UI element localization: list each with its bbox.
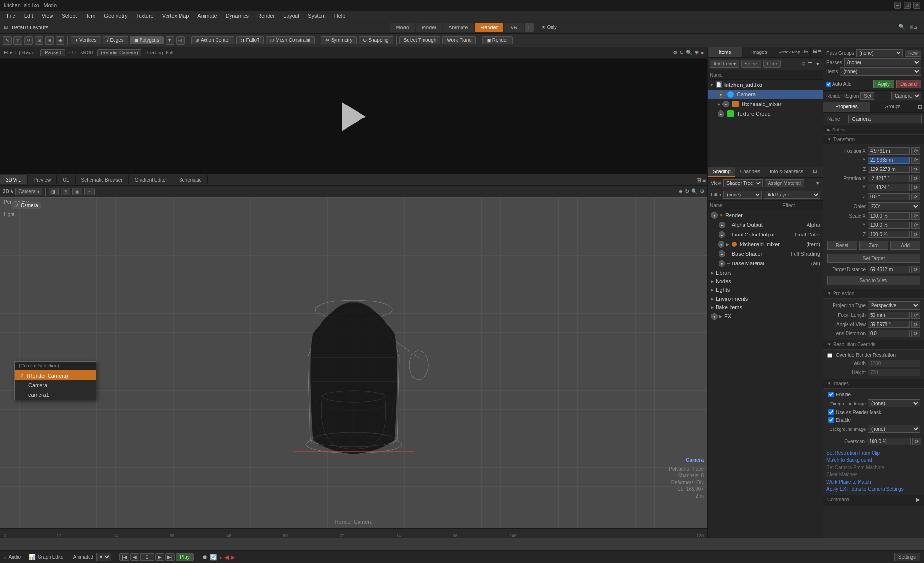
vp3d-cam-btn[interactable]: Camera ▾ <box>15 188 42 195</box>
new-pass-button[interactable]: New <box>905 50 921 57</box>
item-file[interactable]: ▼ 📄 kitchen_aid.lxo <box>708 80 823 90</box>
keyframe-icon[interactable]: ⬥ <box>219 554 222 561</box>
bg-image-select[interactable]: (none) <box>868 425 920 433</box>
search-icon[interactable]: 🔍 <box>898 24 905 31</box>
override-checkbox[interactable] <box>827 353 832 358</box>
vp3d-transform-icon[interactable]: ⊕ <box>679 188 683 195</box>
menu-animate[interactable]: Animate <box>193 12 220 20</box>
filter-select[interactable]: (none) <box>723 191 762 199</box>
snapping-btn[interactable]: ⊙ Snapping <box>359 36 393 44</box>
add-item-button[interactable]: Add Item ▾ <box>710 60 739 68</box>
menu-render[interactable]: Render <box>254 12 279 20</box>
tab-channels[interactable]: Channels <box>735 167 765 177</box>
focal-length-input[interactable] <box>868 312 910 319</box>
scale-x-btn[interactable]: ⟳ <box>911 212 920 220</box>
mode-vr[interactable]: VR <box>504 23 523 32</box>
items-pass-select[interactable]: (none) <box>840 67 921 76</box>
tool-scale[interactable]: ⇲ <box>35 36 43 45</box>
vis-eye-final[interactable]: ● <box>719 231 725 238</box>
tab-3dview[interactable]: 3D Vi... <box>0 175 28 184</box>
rot-z-btn[interactable]: ⟳ <box>911 193 920 200</box>
maximize-button[interactable]: □ <box>904 2 911 9</box>
vp3d-shading-btn[interactable]: ◑ <box>49 188 59 195</box>
images-enable-checkbox[interactable] <box>828 392 834 397</box>
pos-x-btn[interactable]: ⟳ <box>911 147 920 155</box>
pos-y-btn[interactable]: ⟳ <box>911 157 920 164</box>
vp3d-wire-btn[interactable]: ⊡ <box>61 188 70 195</box>
play-btn[interactable]: Play <box>176 553 193 561</box>
pass-groups-select[interactable]: (none) <box>856 49 903 57</box>
items-expand-icon[interactable]: ⊞ <box>813 48 817 56</box>
minimize-button[interactable]: ─ <box>894 2 901 9</box>
vis-eye-fx[interactable]: ● <box>711 313 718 320</box>
tab-gl[interactable]: GL <box>57 175 75 184</box>
select-through-btn[interactable]: Select Through <box>399 36 441 44</box>
tab-info-statistics[interactable]: Info & Statistics <box>765 167 808 177</box>
vis-eye-alpha[interactable]: ● <box>719 222 725 228</box>
items-menu-icon[interactable]: ≡ <box>818 48 821 56</box>
shade-alpha[interactable]: ● ─ Alpha Output Alpha <box>708 220 823 230</box>
frame-input[interactable] <box>140 553 154 561</box>
step-back-btn[interactable]: ◀ <box>130 553 139 561</box>
tab-groups[interactable]: Groups <box>870 102 916 112</box>
lens-dist-btn[interactable]: ⟳ <box>911 330 920 337</box>
pos-x-input[interactable] <box>868 147 910 155</box>
rot-y-input[interactable] <box>868 184 910 191</box>
vp3d-zoom-icon[interactable]: 🔍 <box>691 188 698 195</box>
preview-icon4[interactable]: ⊞ <box>694 50 699 56</box>
auto-add-check[interactable]: Auto Add <box>826 81 852 87</box>
items-filter-icon[interactable]: ▼ <box>814 60 821 67</box>
shade-mixer[interactable]: ● ▶ kitchenaid_mixer (Item) <box>708 239 823 249</box>
vis-eye-base-shader[interactable]: ● <box>719 250 725 257</box>
action-center-btn[interactable]: ⊕ Action Center <box>191 36 234 44</box>
close-button[interactable]: ✕ <box>913 2 920 9</box>
sel-mode-icon[interactable]: ◎ <box>176 36 185 45</box>
props-panel-expand[interactable]: ⊞ <box>916 102 924 112</box>
set-target-btn[interactable]: Set Target <box>827 254 920 263</box>
zero-btn[interactable]: Zero <box>859 241 889 250</box>
tool-rotate[interactable]: ↻ <box>24 36 33 45</box>
menu-item[interactable]: Item <box>81 12 99 20</box>
shading-menu-icon[interactable]: ≡ <box>818 168 821 176</box>
filter-button[interactable]: Filter <box>763 60 781 68</box>
tab-gradient-editor[interactable]: Gradient Editor <box>129 175 173 184</box>
add-layer-select[interactable]: Add Layer <box>764 191 820 199</box>
audio-label[interactable]: Audio <box>9 554 21 560</box>
shading-filter-icon[interactable]: ▼ <box>815 181 820 186</box>
link-apply-exif[interactable]: Apply EXIF data to Camera Settings <box>826 485 921 493</box>
item-mixer[interactable]: ▶ ● kitchenaid_mixer <box>708 99 823 109</box>
viewport-3d[interactable]: 3D V Camera ▾ ◑ ⊡ ▣ ⋯ ⊕ ↻ 🔍 ⚙ <box>0 186 707 528</box>
scale-z-input[interactable] <box>868 231 910 238</box>
tool-transform[interactable]: ✛ <box>13 36 22 45</box>
tool-other2[interactable]: ◉ <box>56 36 64 45</box>
rot-y-btn[interactable]: ⟳ <box>911 184 920 191</box>
shader-tree-select[interactable]: Shader Tree <box>723 179 763 187</box>
shade-environments[interactable]: ▶ Environments <box>708 294 823 303</box>
set-button[interactable]: Set <box>860 92 874 100</box>
tab-preview[interactable]: Preview <box>28 175 57 184</box>
projection-section-header[interactable]: ▼ Projection <box>823 289 924 299</box>
aov-btn[interactable]: ⟳ <box>911 321 920 328</box>
key-next-icon[interactable]: ▶ <box>231 554 235 561</box>
transform-section-header[interactable]: ▼ Transform <box>823 135 924 144</box>
vis-eye-render[interactable]: ● <box>711 212 718 219</box>
mode-animate[interactable]: Animate <box>443 23 474 32</box>
height-input[interactable] <box>868 369 920 376</box>
target-dist-btn[interactable]: ⟳ <box>911 266 920 273</box>
reset-btn[interactable]: Reset <box>827 241 857 250</box>
menu-view[interactable]: View <box>38 12 57 20</box>
tab-schematic[interactable]: Schematic <box>173 175 208 184</box>
images-enable2-checkbox[interactable] <box>828 417 834 423</box>
key-prev-icon[interactable]: ◀ <box>224 554 229 561</box>
menu-edit[interactable]: Edit <box>20 12 37 20</box>
fg-image-select[interactable]: (none) <box>868 399 920 407</box>
vis-eye-base-mat[interactable]: ● <box>719 260 725 267</box>
pos-z-btn[interactable]: ⟳ <box>911 166 920 173</box>
overscan-btn[interactable]: ⟳ <box>912 438 921 445</box>
apply-button[interactable]: Apply <box>873 80 894 88</box>
polygons-btn[interactable]: ◼ Polygons <box>130 36 164 44</box>
preview-icon2[interactable]: ↻ <box>680 50 684 56</box>
tab-expand[interactable]: ⊞ <box>696 177 701 183</box>
vis-eye-camera[interactable]: ● <box>718 91 724 98</box>
lens-dist-input[interactable] <box>868 330 910 337</box>
